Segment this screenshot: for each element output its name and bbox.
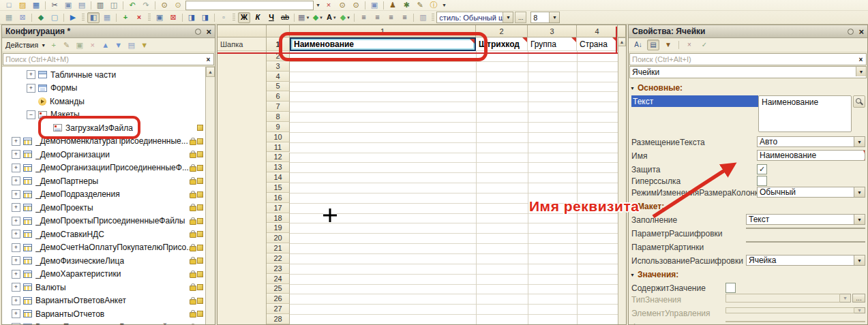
close-window-icon[interactable]: ⊠ (16, 12, 29, 23)
row-header[interactable]: 13 (267, 162, 290, 172)
font-color-dropdown[interactable]: A▼ (325, 12, 338, 23)
new-document-icon[interactable]: □ (3, 0, 15, 11)
paste-icon[interactable]: ▤ (76, 0, 88, 11)
tree-item[interactable]: +ЗагрузкаИзФайла (2, 121, 205, 135)
expand-icon[interactable]: + (12, 270, 20, 279)
calc-icon[interactable]: ▦ (3, 12, 15, 23)
actions-menu-button[interactable]: Действия (5, 41, 38, 49)
row-header[interactable]: 20 (267, 233, 290, 243)
names-window2-icon[interactable]: ◨ (199, 12, 211, 23)
merge-cells-button[interactable]: ▥ (417, 12, 429, 23)
row-header[interactable]: 12 (267, 153, 290, 163)
property-combo[interactable]: Авто (757, 136, 854, 147)
tree-item[interactable]: +_ДемоПодразделения (2, 188, 205, 202)
cut-icon[interactable]: ✂ (48, 0, 61, 11)
expand-icon[interactable]: + (12, 309, 20, 318)
show-headers-icon[interactable]: ◧ (87, 12, 100, 23)
close-search-icon[interactable]: × (323, 0, 335, 11)
property-combo[interactable]: Обычный (757, 187, 854, 198)
tree-item[interactable]: +_ДемоОрганизации (2, 148, 205, 161)
row-header[interactable]: 19 (267, 223, 290, 233)
run-icon[interactable]: ▶ (67, 12, 79, 23)
clone-icon[interactable]: ▣ (74, 40, 85, 50)
row-header[interactable]: 17 (267, 203, 290, 213)
row-header[interactable]: 26 (267, 294, 290, 304)
expand-icon[interactable]: + (12, 256, 20, 265)
row-header[interactable]: 22 (267, 253, 290, 264)
property-checkbox[interactable] (725, 283, 736, 293)
tree-item[interactable]: +ВерсииПоставляемыхРасширений (2, 321, 205, 325)
tree-item[interactable]: +_ДемоПроектыПрисоединенныеФайлы (2, 215, 205, 228)
list-icon[interactable]: ▤ (126, 40, 136, 50)
column-header[interactable]: 4 (577, 25, 618, 37)
tree-item[interactable]: +Формы (2, 82, 205, 95)
tree-item[interactable]: +_ДемоСчетНаОплатуПокупателюПрисо... (2, 241, 205, 255)
row-header[interactable]: 8 (267, 112, 290, 122)
expand-icon[interactable]: + (12, 296, 20, 305)
property-input[interactable] (746, 228, 865, 229)
edit-icon[interactable]: ✎ (61, 40, 72, 50)
row-header[interactable]: 10 (267, 132, 290, 142)
area-name-icon[interactable]: ▫ (218, 12, 230, 23)
tree-item[interactable]: +_ДемоФизическиеЛица (2, 254, 205, 268)
expand-icon[interactable]: + (12, 137, 20, 146)
row-header[interactable]: 3 (267, 61, 290, 72)
scroll-up-icon[interactable]: ▲ (618, 37, 626, 46)
row-header[interactable]: 14 (267, 172, 290, 183)
copy-windows-icon[interactable]: ▣ (368, 0, 380, 11)
move-up-icon[interactable]: ▲ (100, 40, 110, 50)
clear-search-icon[interactable]: × (856, 56, 866, 63)
expand-icon[interactable]: + (12, 230, 20, 238)
property-checkbox[interactable] (757, 176, 767, 186)
close-icon[interactable]: × (206, 27, 211, 36)
expand-icon[interactable]: + (12, 203, 20, 212)
list-by-categories-icon[interactable]: ▤ (647, 40, 659, 50)
tree-item[interactable]: +Команды (2, 95, 205, 108)
row-header[interactable]: 9 (267, 122, 290, 132)
tree-item[interactable]: +_ДемоСтавкиНДС (2, 228, 205, 241)
chevron-down-icon[interactable]: ▼ (854, 255, 865, 266)
row-header[interactable]: 28 (267, 314, 290, 324)
toolbar-more-dropdown[interactable]: ▼ (440, 1, 448, 10)
header-cell[interactable]: Наименование (290, 37, 476, 51)
expand-icon[interactable]: + (12, 243, 20, 252)
property-checkbox[interactable]: ✓ (757, 164, 767, 174)
info-icon[interactable]: ⓘ (428, 0, 440, 11)
row-header[interactable]: 4 (267, 72, 290, 82)
style-combo[interactable]: стиль: Обычный шр▼ (436, 12, 513, 23)
tree-item[interactable]: +Табличные части (2, 68, 205, 82)
configuration-search-input[interactable] (3, 55, 203, 63)
chevron-down-icon[interactable]: ▼ (854, 214, 865, 225)
find-icon[interactable]: ⊙ (158, 0, 170, 11)
tree-item[interactable]: −Макеты (2, 108, 205, 122)
italic-button[interactable]: К (252, 12, 264, 23)
row-header[interactable]: 21 (267, 243, 290, 253)
sort-alpha-icon[interactable]: A↓ (632, 40, 644, 50)
text-value-box[interactable]: Наименование (758, 95, 852, 132)
row-header[interactable]: 1 (267, 37, 290, 51)
clear-search-icon[interactable]: × (203, 56, 213, 63)
header-cell[interactable]: Страна (577, 37, 618, 51)
expand-icon[interactable]: + (27, 84, 35, 93)
properties-object-selector[interactable]: Ячейки ▼ (629, 66, 867, 78)
global-search-icon[interactable]: ✱ (400, 0, 413, 11)
property-input[interactable]: Наименование (757, 150, 865, 161)
zoom-in-icon[interactable]: ⊙ (350, 0, 362, 11)
font-size-combo[interactable]: 8▼ (530, 12, 560, 23)
strikethrough-button[interactable]: ab (279, 12, 291, 23)
tree-item[interactable]: +_ДемоПроекты (2, 201, 205, 215)
align-right-button[interactable]: ≡ (385, 12, 397, 23)
sheet-scrollbar[interactable] (618, 37, 626, 324)
tree-item[interactable]: +_ДемоХарактеристики (2, 268, 205, 281)
row-header[interactable]: 24 (267, 274, 290, 284)
expand-icon[interactable]: + (12, 164, 20, 172)
property-input[interactable] (746, 241, 865, 243)
undo-icon[interactable]: ↶ (126, 0, 138, 11)
assign-name-icon[interactable]: ▣ (153, 12, 166, 23)
row-header[interactable]: 27 (267, 304, 290, 314)
delete-icon[interactable]: × (87, 40, 98, 50)
sheet-data-area[interactable] (290, 37, 618, 324)
bold-button[interactable]: Ж (238, 12, 250, 23)
header-cell[interactable]: Штрихкод (476, 37, 528, 51)
pin-icon[interactable] (848, 29, 854, 35)
